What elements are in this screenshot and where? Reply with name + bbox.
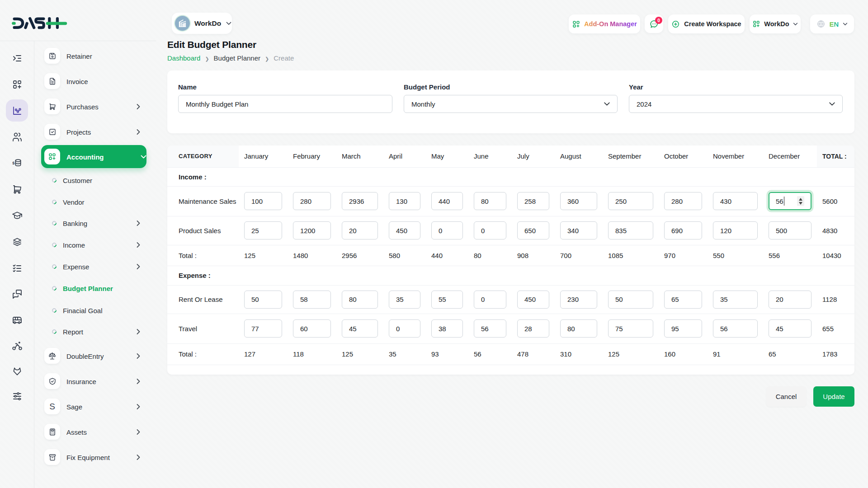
svg-text:$: $ bbox=[12, 161, 14, 165]
